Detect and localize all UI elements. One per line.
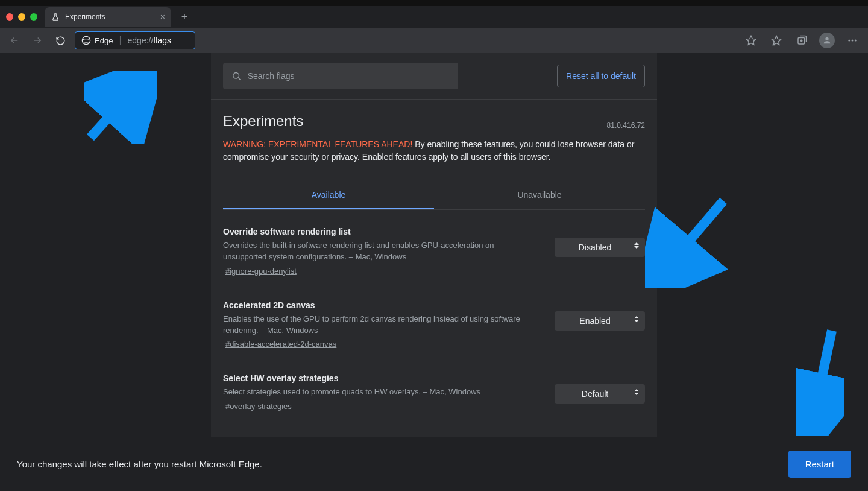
flag-select[interactable]: DefaultEnabledDisabled [555,311,645,331]
svg-point-7 [233,72,239,78]
annotation-arrow-2 [645,198,729,288]
flag-row: Override software rendering listOverride… [223,227,645,276]
page-title: Experiments [223,113,303,130]
version-label: 81.0.416.72 [607,121,645,130]
flag-title: Accelerated 2D canvas [223,300,536,310]
tab-title: Experiments [65,13,105,21]
flag-select[interactable]: DefaultEnabledDisabled [555,238,645,257]
flag-text: Accelerated 2D canvasEnables the use of … [223,300,536,350]
tab-unavailable[interactable]: Unavailable [434,182,645,209]
url-text: edge://flags [128,36,171,45]
flag-row: Accelerated 2D canvasEnables the use of … [223,300,645,350]
flag-text: Select HW overlay strategiesSelect strat… [223,373,536,411]
flag-anchor-link[interactable]: #ignore-gpu-denylist [223,267,297,276]
minimize-window-button[interactable] [18,13,25,21]
fullscreen-window-button[interactable] [30,13,37,21]
flask-icon [51,12,60,22]
annotation-arrow-1 [84,71,157,144]
svg-line-14 [811,331,832,430]
search-row: Reset all to default [223,53,645,99]
flag-select[interactable]: DefaultEnabledDisabled [555,384,645,404]
favorite-star-icon[interactable] [741,31,761,50]
svg-point-5 [852,40,854,42]
search-flags-box[interactable] [223,63,458,89]
more-menu-icon[interactable] [843,31,862,50]
flag-description: Overrides the built-in software renderin… [223,240,536,263]
window-controls [6,13,37,21]
favorites-list-icon[interactable] [767,31,786,50]
annotation-arrow-3 [796,328,844,436]
refresh-button[interactable] [52,32,69,49]
restart-bar: Your changes will take effect after you … [0,437,868,491]
search-icon [231,71,242,81]
forward-button[interactable] [29,32,46,49]
flag-description: Select strategies used to promote quads … [223,387,536,398]
back-button[interactable] [6,32,23,49]
flag-select-dropdown[interactable]: DefaultEnabledDisabled [555,311,645,331]
svg-line-12 [654,201,723,282]
content-area: Reset all to default Experiments 81.0.41… [0,53,868,491]
new-tab-button[interactable]: + [176,11,193,24]
close-tab-button[interactable]: × [160,12,165,22]
search-input[interactable] [248,71,450,81]
flag-row: Select HW overlay strategiesSelect strat… [223,373,645,411]
flag-select-dropdown[interactable]: DefaultEnabledDisabled [555,238,645,257]
restart-button[interactable]: Restart [788,451,851,478]
tab-strip: Experiments × + [0,6,868,28]
reset-all-button[interactable]: Reset all to default [557,65,645,87]
browser-window: Experiments × + Edge | edge://flags [0,6,868,491]
site-name: Edge [95,36,113,45]
flag-title: Override software rendering list [223,227,536,236]
flag-anchor-link[interactable]: #disable-accelerated-2d-canvas [223,340,336,349]
flag-tabs: Available Unavailable [223,182,645,210]
flag-text: Override software rendering listOverride… [223,227,536,276]
browser-toolbar: Edge | edge://flags [0,28,868,53]
warning-text: WARNING: EXPERIMENTAL FEATURES AHEAD! By… [223,138,645,163]
svg-point-0 [82,36,90,44]
svg-line-10 [90,77,145,138]
flags-page: Reset all to default Experiments 81.0.41… [211,53,657,491]
macos-menubar [0,0,868,6]
profile-avatar[interactable] [817,31,837,50]
flag-description: Enables the use of the GPU to perform 2d… [223,314,536,337]
svg-point-4 [848,40,850,42]
restart-message: Your changes will take effect after you … [17,459,262,469]
svg-point-3 [825,37,828,40]
close-window-button[interactable] [6,13,13,21]
omnibox-separator: | [119,35,121,46]
site-identity-chip: Edge [81,36,113,45]
flag-select-dropdown[interactable]: DefaultEnabledDisabled [555,384,645,404]
svg-line-8 [238,78,240,80]
collections-icon[interactable] [792,31,811,50]
address-bar[interactable]: Edge | edge://flags [75,31,195,49]
tab-available[interactable]: Available [223,182,434,209]
svg-point-6 [855,40,857,42]
flag-title: Select HW overlay strategies [223,373,536,383]
browser-tab[interactable]: Experiments × [45,7,171,27]
flag-anchor-link[interactable]: #overlay-strategies [223,402,292,411]
